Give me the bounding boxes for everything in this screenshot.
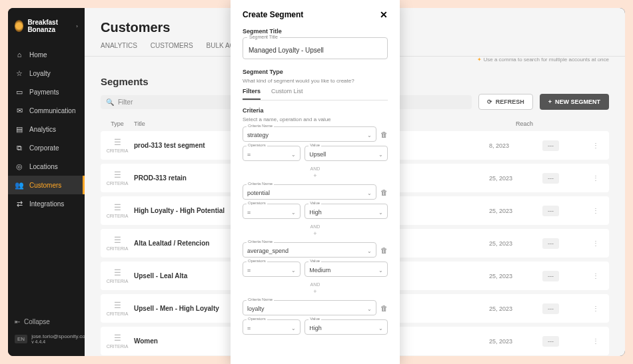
operator-select[interactable]: Operators=⌄ [243,204,301,219]
tab-filters[interactable]: Filters [243,88,261,100]
chevron-down-icon: ⌄ [367,306,372,312]
criteria-block: Criteria Namestrategy⌄ 🗑 Operators=⌄ Val… [243,126,388,161]
chevron-down-icon: ⌄ [367,190,372,196]
criteria-name-select[interactable]: Criteria Namestrategy⌄ [243,126,376,142]
modal-overlay: Create Segment ✕ Segment Title Segment T… [0,0,633,364]
and-connector: AND+ [243,166,388,179]
modal-header: Create Segment ✕ [243,9,388,20]
close-button[interactable]: ✕ [380,9,388,20]
chevron-down-icon: ⌄ [291,152,296,158]
chevron-down-icon: ⌄ [378,325,383,331]
criteria-name-select[interactable]: Criteria Nameaverage_spend⌄ [243,242,376,258]
chevron-down-icon: ⌄ [291,325,296,331]
tab-custom-list[interactable]: Custom List [271,88,303,100]
operator-select[interactable]: Operators=⌄ [243,319,301,335]
criteria-list: Criteria Namestrategy⌄ 🗑 Operators=⌄ Val… [243,126,388,335]
segment-title-label: Segment Title [243,28,388,35]
modal-title: Create Segment [243,10,303,19]
create-segment-modal: Create Segment ✕ Segment Title Segment T… [231,0,400,364]
chevron-down-icon: ⌄ [367,248,372,254]
chevron-down-icon: ⌄ [378,152,383,158]
segment-title-input[interactable]: Segment Title Managed Loyalty - Upsell [243,37,388,59]
modal-tabs: Filters Custom List [243,88,388,100]
add-criteria-button[interactable]: + [243,172,388,179]
chevron-down-icon: ⌄ [367,132,372,138]
value-select[interactable]: ValueHigh⌄ [305,204,388,219]
trash-icon[interactable]: 🗑 [380,304,388,312]
criteria-block: Criteria Nameloyalty⌄ 🗑 Operators=⌄ Valu… [243,300,388,335]
trash-icon[interactable]: 🗑 [380,246,388,254]
chevron-down-icon: ⌄ [378,210,383,216]
chevron-down-icon: ⌄ [291,210,296,216]
segment-type-sub: What kind of segment would you like to c… [243,78,388,84]
segment-title-floating: Segment Title [247,35,280,39]
criteria-name-select[interactable]: Criteria Nameloyalty⌄ [243,300,376,315]
segment-title-value: Managed Loyalty - Upsell [249,47,324,54]
criteria-block: Criteria Namepotential⌄ 🗑 Operators=⌄ Va… [243,184,388,219]
value-select[interactable]: ValueUpsell⌄ [305,146,388,161]
criteria-label: Criteria [243,107,388,114]
add-criteria-button[interactable]: + [243,230,388,237]
value-select[interactable]: ValueMedium⌄ [305,262,388,277]
chevron-down-icon: ⌄ [291,268,296,273]
chevron-down-icon: ⌄ [378,268,383,273]
and-connector: AND+ [243,282,388,295]
operator-select[interactable]: Operators=⌄ [243,262,301,277]
criteria-name-select[interactable]: Criteria Namepotential⌄ [243,184,376,200]
trash-icon[interactable]: 🗑 [380,130,388,138]
segment-type-label: Segment Type [243,69,388,75]
trash-icon[interactable]: 🗑 [380,188,388,196]
value-select[interactable]: ValueHigh⌄ [305,319,388,335]
and-connector: AND+ [243,224,388,237]
operator-select[interactable]: Operators=⌄ [243,146,301,161]
criteria-sub: Select a name, operation and a value [243,116,388,122]
add-criteria-button[interactable]: + [243,288,388,295]
criteria-block: Criteria Nameaverage_spend⌄ 🗑 Operators=… [243,242,388,277]
